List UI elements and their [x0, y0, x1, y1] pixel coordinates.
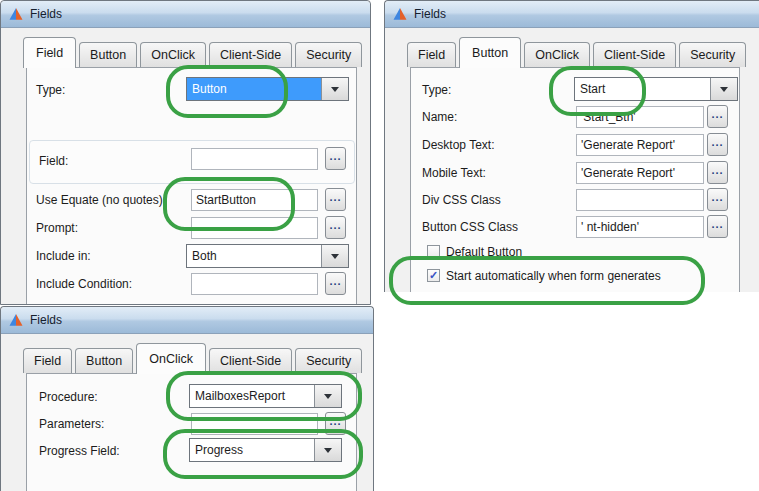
app-logo-icon [392, 7, 408, 21]
app-logo-icon [8, 313, 24, 327]
dropdown-arrow-button[interactable] [321, 78, 348, 100]
mobile-text-browse-button[interactable]: ... [707, 161, 728, 184]
name-browse-button[interactable]: ... [707, 105, 728, 128]
parameters-browse-button[interactable]: ... [325, 412, 346, 435]
tab-field[interactable]: Field [23, 348, 72, 373]
fields-dialog-button-tab: Fields Field Button OnClick Client-Side … [384, 0, 759, 292]
titlebar[interactable]: Fields [1, 307, 373, 334]
button-css-class-browse-button[interactable]: ... [707, 215, 728, 238]
tab-button[interactable]: Button [459, 37, 521, 68]
prompt-input[interactable] [191, 217, 318, 239]
dropdown-arrow-button[interactable] [710, 78, 737, 100]
mobile-text-input[interactable] [576, 162, 704, 184]
procedure-label: Procedure: [39, 390, 98, 404]
tab-client-side[interactable]: Client-Side [209, 42, 292, 67]
default-button-checkbox[interactable] [427, 245, 440, 258]
chevron-down-icon [324, 448, 332, 457]
chevron-down-icon [331, 254, 339, 263]
chevron-down-icon [324, 394, 332, 403]
use-equate-label: Use Equate (no quotes): [36, 193, 166, 207]
progress-field-label: Progress Field: [39, 444, 120, 458]
app-logo-icon [8, 7, 24, 21]
button-css-class-label: Button CSS Class [422, 220, 518, 234]
button-css-class-input[interactable] [576, 216, 704, 238]
dropdown-arrow-button[interactable] [321, 245, 348, 267]
use-equate-input[interactable] [191, 189, 318, 211]
fields-dialog-onclick-tab: Fields Field Button OnClick Client-Side … [0, 306, 374, 491]
window-title: Fields [414, 7, 446, 21]
type-label: Type: [422, 83, 451, 97]
use-equate-browse-button[interactable]: ... [325, 188, 346, 211]
include-in-dropdown-value: Both [187, 245, 321, 267]
dropdown-arrow-button[interactable] [314, 439, 341, 461]
progress-field-dropdown-value: Progress [190, 439, 314, 461]
div-css-class-input[interactable] [576, 189, 704, 211]
procedure-dropdown-value: MailboxesReport [190, 385, 314, 407]
name-input[interactable] [576, 106, 704, 128]
titlebar[interactable]: Fields [385, 1, 759, 28]
tab-button[interactable]: Button [75, 348, 133, 373]
tab-security[interactable]: Security [679, 42, 746, 67]
tab-security[interactable]: Security [295, 42, 362, 67]
include-condition-label: Include Condition: [36, 277, 132, 291]
type-dropdown-value: Button [187, 78, 321, 100]
mobile-text-label: Mobile Text: [422, 166, 486, 180]
tab-field[interactable]: Field [23, 37, 76, 68]
tab-page [26, 67, 357, 305]
procedure-dropdown[interactable]: MailboxesReport [189, 384, 342, 408]
field-input[interactable] [191, 148, 318, 170]
include-condition-input[interactable] [191, 273, 318, 295]
prompt-browse-button[interactable]: ... [325, 216, 346, 239]
default-button-label: Default Button [446, 245, 522, 259]
titlebar[interactable]: Fields [1, 1, 370, 28]
include-in-dropdown[interactable]: Both [186, 244, 349, 268]
prompt-label: Prompt: [36, 221, 78, 235]
desktop-text-label: Desktop Text: [422, 138, 494, 152]
field-label: Field: [39, 154, 68, 168]
include-condition-browse-button[interactable]: ... [325, 272, 346, 295]
tab-client-side[interactable]: Client-Side [209, 348, 292, 373]
tab-onclick[interactable]: OnClick [524, 42, 590, 67]
window-title: Fields [30, 7, 62, 21]
start-automatically-label: Start automatically when form generates [446, 269, 661, 283]
div-css-class-label: Div CSS Class [422, 193, 501, 207]
tab-button[interactable]: Button [79, 42, 137, 67]
div-css-class-browse-button[interactable]: ... [707, 188, 728, 211]
start-automatically-checkbox[interactable]: ✓ [427, 269, 440, 282]
tab-client-side[interactable]: Client-Side [593, 42, 676, 67]
field-browse-button[interactable]: ... [325, 147, 346, 170]
include-in-label: Include in: [36, 249, 91, 263]
chevron-down-icon [331, 87, 339, 96]
type-dropdown[interactable]: Start [574, 77, 738, 101]
tab-field[interactable]: Field [407, 42, 456, 67]
desktop-text-input[interactable] [576, 134, 704, 156]
type-dropdown-value: Start [575, 78, 710, 100]
window-title: Fields [30, 313, 62, 327]
parameters-input[interactable] [191, 413, 318, 435]
desktop-text-browse-button[interactable]: ... [707, 133, 728, 156]
chevron-down-icon [720, 87, 728, 96]
type-label: Type: [36, 83, 65, 97]
tab-onclick[interactable]: OnClick [136, 343, 206, 374]
tab-security[interactable]: Security [295, 348, 362, 373]
name-label: Name: [422, 110, 457, 124]
tab-onclick[interactable]: OnClick [140, 42, 206, 67]
type-dropdown[interactable]: Button [186, 77, 349, 101]
dropdown-arrow-button[interactable] [314, 385, 341, 407]
check-icon: ✓ [429, 269, 438, 281]
progress-field-dropdown[interactable]: Progress [189, 438, 342, 462]
fields-dialog-field-tab: Fields Field Button OnClick Client-Side … [0, 0, 371, 305]
parameters-label: Parameters: [39, 417, 104, 431]
